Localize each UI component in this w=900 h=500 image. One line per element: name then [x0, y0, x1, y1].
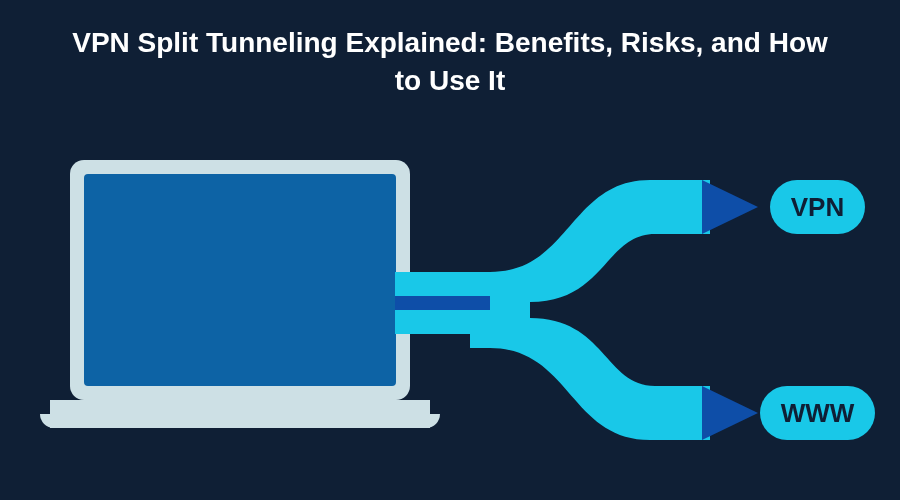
laptop-screen — [84, 174, 396, 386]
split-tunnel-diagram: VPN WWW — [0, 130, 900, 500]
vpn-label: VPN — [770, 180, 865, 234]
laptop-icon — [50, 160, 430, 450]
svg-marker-1 — [702, 386, 758, 440]
laptop-bezel — [70, 160, 410, 400]
laptop-base — [50, 400, 430, 428]
page-title: VPN Split Tunneling Explained: Benefits,… — [0, 0, 900, 100]
arrow-vpn-icon — [702, 180, 762, 234]
svg-marker-0 — [702, 180, 758, 234]
www-label: WWW — [760, 386, 875, 440]
arrow-www-icon — [702, 386, 762, 440]
tunnel-branches — [470, 170, 730, 450]
